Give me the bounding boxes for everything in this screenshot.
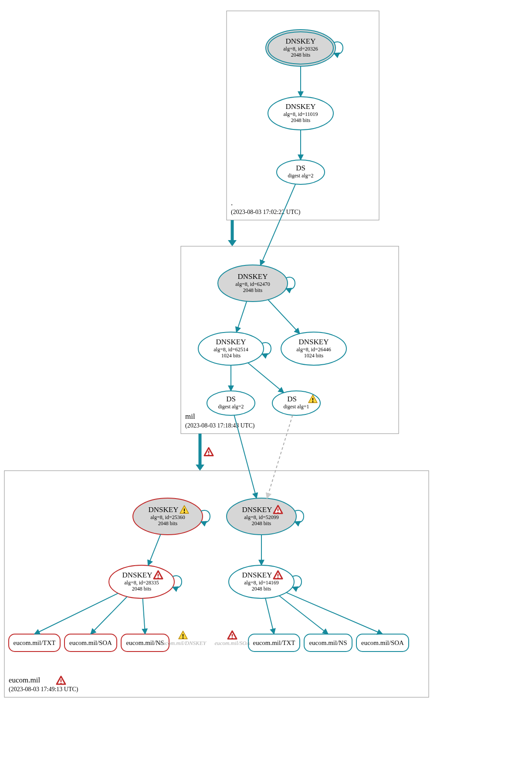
edge <box>279 596 328 634</box>
svg-point-74 <box>232 638 233 639</box>
svg-text:alg=8, id=20326: alg=8, id=20326 <box>283 46 318 52</box>
svg-text:DNSKEY: DNSKEY <box>242 571 272 579</box>
zone-label: mil <box>185 412 195 421</box>
svg-text:alg=8, id=25360: alg=8, id=25360 <box>150 514 185 520</box>
svg-text:digest alg=1: digest alg=1 <box>283 404 309 410</box>
rrset-label: eucom.mil/SOA <box>361 639 404 646</box>
node-eucom-ksk_teal: DNSKEYalg=8, id=520992048 bits <box>227 498 304 535</box>
error-icon <box>204 448 213 456</box>
dnssec-chain-diagram: .(2023-08-03 17:02:22 UTC)DNSKEYalg=8, i… <box>0 0 532 767</box>
ghost-rrset-label: eucom.mil/DNSKEY <box>160 640 207 646</box>
svg-point-68 <box>208 454 210 455</box>
node-root-zsk: DNSKEYalg=8, id=110192048 bits <box>268 97 333 130</box>
node-root-ds: DSdigest alg=2 <box>277 160 325 184</box>
edge <box>261 184 296 265</box>
svg-text:alg=8, id=11019: alg=8, id=11019 <box>283 111 318 117</box>
svg-text:DNSKEY: DNSKEY <box>238 272 268 281</box>
svg-text:2048 bits: 2048 bits <box>252 586 271 592</box>
svg-text:1024 bits: 1024 bits <box>221 353 241 359</box>
svg-text:DNSKEY: DNSKEY <box>286 102 316 111</box>
svg-text:2048 bits: 2048 bits <box>291 117 311 123</box>
node-root-ksk: DNSKEYalg=8, id=203262048 bits <box>266 30 343 66</box>
edge <box>34 593 118 634</box>
node-eucom-zsk_teal: DNSKEYalg=8, id=141692048 bits <box>229 565 302 598</box>
error-icon <box>57 676 65 684</box>
edge <box>143 598 145 634</box>
svg-marker-64 <box>228 240 237 246</box>
svg-text:DNSKEY: DNSKEY <box>216 338 246 346</box>
edge <box>236 301 247 332</box>
svg-text:alg=8, id=26446: alg=8, id=26446 <box>296 346 331 353</box>
svg-text:alg=8, id=28335: alg=8, id=28335 <box>124 580 159 586</box>
rrset-label: eucom.mil/NS <box>309 639 347 646</box>
svg-text:DS: DS <box>287 395 297 403</box>
node-mil-ds1: DSdigest alg=2 <box>207 391 255 415</box>
svg-text:DNSKEY: DNSKEY <box>299 338 329 346</box>
svg-text:DS: DS <box>296 164 305 172</box>
warning-icon <box>179 631 187 639</box>
svg-text:alg=8, id=52099: alg=8, id=52099 <box>244 514 279 520</box>
rrset-label: eucom.mil/NS <box>126 639 164 646</box>
svg-text:DNSKEY: DNSKEY <box>149 506 179 514</box>
node-eucom-zsk_red: DNSKEYalg=8, id=283352048 bits <box>109 565 182 598</box>
svg-text:alg=8, id=14169: alg=8, id=14169 <box>244 580 279 586</box>
svg-text:2048 bits: 2048 bits <box>252 520 271 526</box>
edge <box>286 593 383 634</box>
node-mil-zsk2: DNSKEYalg=8, id=264461024 bits <box>281 332 346 365</box>
ghost-rrset-label: eucom.mil/SOA <box>214 640 250 646</box>
edge <box>267 415 293 499</box>
zone-timestamp: (2023-08-03 17:49:13 UTC) <box>9 686 78 693</box>
edge <box>268 300 300 334</box>
node-mil-ksk: DNSKEYalg=8, id=624702048 bits <box>218 265 295 302</box>
svg-point-35 <box>61 683 62 684</box>
rrset-label: eucom.mil/TXT <box>253 639 295 646</box>
node-mil-ds2: DSdigest alg=1 <box>272 391 320 415</box>
svg-point-47 <box>278 512 279 513</box>
svg-text:digest alg=2: digest alg=2 <box>218 404 244 410</box>
svg-text:1024 bits: 1024 bits <box>304 353 324 359</box>
svg-marker-65 <box>196 465 204 471</box>
edge <box>248 363 284 393</box>
svg-text:2048 bits: 2048 bits <box>132 586 152 592</box>
svg-point-40 <box>184 512 185 513</box>
node-mil-zsk1: DNSKEYalg=8, id=625141024 bits <box>198 332 271 365</box>
svg-text:2048 bits: 2048 bits <box>158 520 178 526</box>
edge <box>265 598 274 634</box>
svg-point-61 <box>278 577 279 579</box>
rrset-label: eucom.mil/SOA <box>69 639 112 646</box>
svg-point-54 <box>158 577 159 579</box>
error-icon <box>228 631 237 639</box>
svg-text:DNSKEY: DNSKEY <box>242 506 272 514</box>
zone-label: . <box>231 199 233 207</box>
edge <box>91 597 127 634</box>
zone-timestamp: (2023-08-03 17:02:22 UTC) <box>231 209 301 216</box>
svg-text:alg=8, id=62470: alg=8, id=62470 <box>235 281 270 287</box>
svg-text:2048 bits: 2048 bits <box>291 52 311 58</box>
rrset-label: eucom.mil/TXT <box>13 639 55 646</box>
svg-text:digest alg=2: digest alg=2 <box>288 173 313 179</box>
svg-point-31 <box>312 401 314 403</box>
zone-box-eucom <box>4 471 429 697</box>
edge <box>148 534 161 566</box>
svg-point-71 <box>183 638 184 639</box>
zone-label: eucom.mil <box>9 676 41 684</box>
zone-timestamp: (2023-08-03 17:18:43 UTC) <box>185 422 255 429</box>
svg-text:DNSKEY: DNSKEY <box>122 571 152 579</box>
svg-text:DS: DS <box>226 395 236 403</box>
svg-text:2048 bits: 2048 bits <box>243 287 263 293</box>
svg-text:DNSKEY: DNSKEY <box>286 37 316 45</box>
node-eucom-ksk_red: DNSKEYalg=8, id=253602048 bits <box>133 498 210 535</box>
svg-text:alg=8, id=62514: alg=8, id=62514 <box>213 346 248 353</box>
